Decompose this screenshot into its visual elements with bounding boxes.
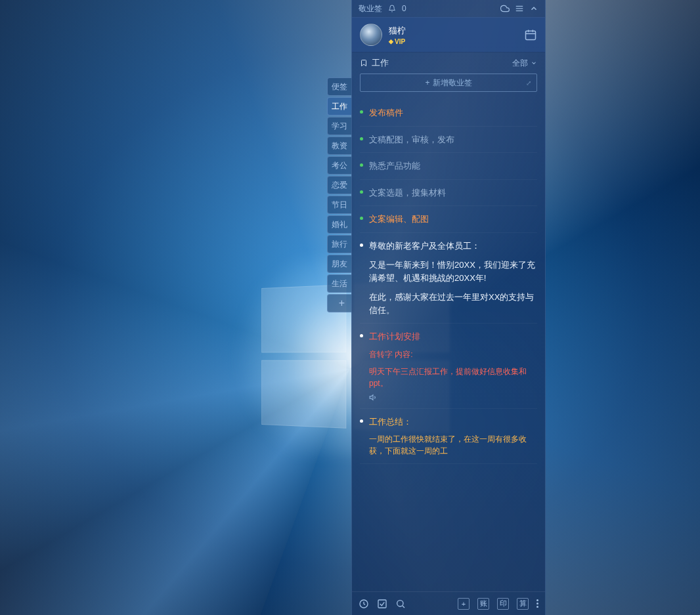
sidebar-add-tab[interactable]: + [327,294,352,312]
ledger-button[interactable]: 账 [477,598,489,610]
notification-count: 0 [402,4,406,13]
sidebar-tab[interactable]: 工作 [327,97,352,116]
username: 猫柠 [389,25,517,37]
vip-badge: VIP [389,38,517,45]
sidebar-tab[interactable]: 生活 [327,274,352,293]
bell-icon[interactable] [387,4,397,13]
filter-dropdown[interactable]: 全部 [512,58,537,69]
svg-point-9 [397,600,403,606]
bookmark-icon [360,59,368,67]
calc-button[interactable]: 算 [517,598,529,610]
add-square-button[interactable]: + [458,598,470,610]
sidebar-tab[interactable]: 教资 [327,137,352,155]
avatar[interactable] [360,24,382,46]
add-note-button[interactable]: + 新增敬业签 ⤢ [360,74,537,92]
sidebar-tab[interactable]: 朋友 [327,255,352,273]
note-item[interactable]: 文案编辑、配图 [360,206,537,233]
notes-list: 发布稿件文稿配图，审核，发布熟悉产品功能文案选题，搜集材料文案编辑、配图尊敬的新… [352,97,545,591]
note-item[interactable]: 工作总结：一周的工作很快就结束了，在这一周有很多收获，下面就这一周的工 [360,409,537,465]
stamp-button[interactable]: 印 [497,598,509,610]
checkbox-done-icon[interactable] [377,599,387,609]
note-text: 发布稿件 [369,106,537,119]
sidebar-tab[interactable]: 便签 [327,77,352,96]
menu-lines-icon[interactable] [515,4,524,13]
sidebar-tab[interactable]: 恋爱 [327,176,352,194]
user-header: 猫柠 VIP [352,17,545,53]
note-item[interactable]: 文案选题，搜集材料 [360,180,537,207]
sidebar-tab[interactable]: 节日 [327,196,352,214]
note-text: 工作计划安排 [369,330,537,343]
note-text: 工作总结： [369,415,537,429]
note-subtext: 音转字 内容: [369,349,537,360]
note-item[interactable]: 工作计划安排音转字 内容:明天下午三点汇报工作，提前做好信息收集和 ppt。 [360,324,537,409]
sidebar-tab[interactable]: 旅行 [327,235,352,253]
category-side-tabs: 便签工作学习教资考公恋爱节日婚礼旅行朋友生活+ [327,77,352,312]
svg-line-10 [403,606,405,608]
chevron-down-icon [531,60,537,66]
note-app-panel: 敬业签 0 猫柠 VIP [351,0,546,615]
clock-icon[interactable] [359,599,369,609]
cloud-icon[interactable] [500,4,510,13]
svg-rect-3 [526,31,536,39]
add-note-label: 新增敬业签 [433,77,472,89]
plus-icon: + [425,78,429,87]
note-text: 尊敬的新老客户及全体员工： [369,240,537,253]
titlebar: 敬业签 0 [352,0,545,17]
calendar-icon[interactable] [524,28,537,41]
note-item[interactable]: 熟悉产品功能 [360,153,537,180]
current-category: 工作 [372,57,389,69]
svg-rect-8 [378,600,386,608]
bottom-toolbar: + 账 印 算 [352,591,545,615]
app-title: 敬业签 [359,3,382,14]
note-text: 文稿配图，审核，发布 [369,133,537,146]
note-text: 熟悉产品功能 [369,159,537,173]
note-subtext: 明天下午三点汇报工作，提前做好信息收集和 ppt。 [369,366,537,389]
note-item[interactable]: 尊敬的新老客户及全体员工：又是一年新来到！惜别20XX，我们迎来了充满希望、机遇… [360,233,537,324]
sidebar-tab[interactable]: 学习 [327,117,352,135]
list-subheader: 工作 全部 [352,53,545,74]
note-text: 又是一年新来到！惜别20XX，我们迎来了充满希望、机遇和挑战的20XX年! [369,259,537,284]
sidebar-tab[interactable]: 婚礼 [327,215,352,234]
note-subtext: 一周的工作很快就结束了，在这一周有很多收获，下面就这一周的工 [369,433,537,457]
note-item[interactable]: 文稿配图，审核，发布 [360,127,537,154]
note-text: 文案编辑、配图 [369,213,537,226]
expand-icon: ⤢ [526,79,531,87]
more-dots-icon[interactable] [536,599,538,608]
note-text: 在此，感谢大家在过去一年里对XX的支持与信任。 [369,291,537,316]
search-icon[interactable] [395,599,406,609]
collapse-up-icon[interactable] [529,4,538,13]
audio-icon[interactable] [369,393,537,402]
note-text: 文案选题，搜集材料 [369,186,537,200]
note-item[interactable]: 发布稿件 [360,100,537,127]
sidebar-tab[interactable]: 考公 [327,156,352,175]
